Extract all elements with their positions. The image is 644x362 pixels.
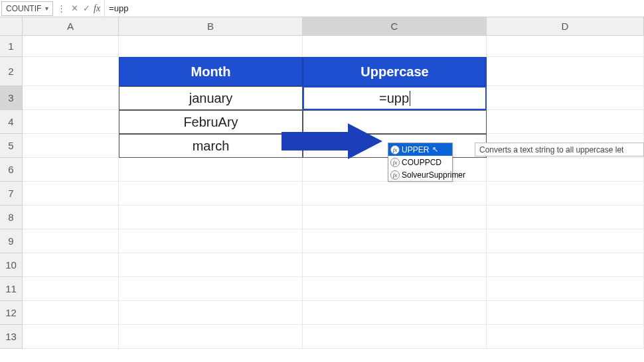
cell-B9[interactable]: [119, 229, 303, 253]
autocomplete-tooltip-text: Converts a text string to all uppercase …: [479, 145, 623, 154]
cell-D11[interactable]: [487, 277, 644, 301]
cell-B7[interactable]: [119, 182, 303, 206]
row-header-10[interactable]: 10: [0, 253, 23, 277]
confirm-formula-button[interactable]: ✓: [80, 3, 92, 13]
cell-D9[interactable]: [487, 229, 644, 253]
autocomplete-item-solveursupprimer[interactable]: fxSolveurSupprimer: [388, 168, 452, 181]
column-header-A[interactable]: A: [23, 17, 119, 36]
cell-B4[interactable]: FebruAry: [119, 110, 303, 134]
formula-input-value: =upp: [109, 3, 128, 13]
cell-A12[interactable]: [23, 301, 119, 325]
row-header-9[interactable]: 9: [0, 229, 23, 253]
cell-A10[interactable]: [23, 253, 119, 277]
autocomplete-item-upper[interactable]: fxUPPER↖: [388, 143, 452, 156]
cell-A3[interactable]: [23, 86, 119, 110]
cell-A8[interactable]: [23, 206, 119, 229]
cell-A1[interactable]: [23, 36, 119, 57]
column-header-C[interactable]: C: [303, 17, 487, 36]
cell-C1[interactable]: [303, 36, 487, 57]
formula-autocomplete-dropdown[interactable]: fxUPPER↖fxCOUPPCDfxSolveurSupprimer: [388, 143, 453, 182]
column-header-D[interactable]: D: [487, 17, 644, 36]
cell-A13[interactable]: [23, 325, 119, 349]
autocomplete-tooltip: Converts a text string to all uppercase …: [475, 143, 644, 156]
row-headers: 12345678910111213: [0, 36, 23, 349]
autocomplete-item-label: COUPPCD: [402, 158, 442, 167]
row-header-7[interactable]: 7: [0, 182, 23, 206]
row-header-11[interactable]: 11: [0, 277, 23, 301]
cell-B1[interactable]: [119, 36, 303, 57]
cell-C11[interactable]: [303, 277, 487, 301]
row-header-6[interactable]: 6: [0, 158, 23, 182]
cell-A4[interactable]: [23, 110, 119, 134]
column-headers: ABCD: [23, 17, 644, 36]
cell-A5[interactable]: [23, 134, 119, 158]
cell-D10[interactable]: [487, 253, 644, 277]
cell-D12[interactable]: [487, 301, 644, 325]
autocomplete-item-label: SolveurSupprimer: [402, 170, 465, 180]
row-header-2[interactable]: 2: [0, 57, 23, 86]
cell-D7[interactable]: [487, 182, 644, 206]
cell-B3[interactable]: january: [119, 86, 303, 110]
column-header-B[interactable]: B: [119, 17, 303, 36]
row-header-3[interactable]: 3: [0, 86, 23, 110]
name-box[interactable]: COUNTIF ▾: [1, 1, 53, 16]
cell-C12[interactable]: [303, 301, 487, 325]
cell-A7[interactable]: [23, 182, 119, 206]
cells-area: MonthUppercasejanuary=uppFebruArymarch: [23, 36, 644, 349]
formula-bar: COUNTIF ▾ ⋮ ✕ ✓ fx =upp: [0, 0, 644, 17]
cell-C13[interactable]: [303, 325, 487, 349]
name-box-value: COUNTIF: [6, 4, 41, 13]
select-all-corner[interactable]: [0, 17, 23, 36]
cell-B2[interactable]: Month: [119, 57, 303, 86]
fx-icon: fx: [390, 158, 400, 167]
cell-D6[interactable]: [487, 158, 644, 182]
cell-A6[interactable]: [23, 158, 119, 182]
row-header-1[interactable]: 1: [0, 36, 23, 57]
row-header-4[interactable]: 4: [0, 110, 23, 134]
cell-B5[interactable]: march: [119, 134, 303, 158]
cell-B10[interactable]: [119, 253, 303, 277]
autocomplete-item-couppcd[interactable]: fxCOUPPCD: [388, 156, 452, 168]
autocomplete-item-label: UPPER: [402, 145, 429, 154]
spreadsheet-grid: ABCD 12345678910111213 MonthUppercasejan…: [0, 17, 644, 362]
cell-A2[interactable]: [23, 57, 119, 86]
cell-C9[interactable]: [303, 229, 487, 253]
row-header-8[interactable]: 8: [0, 206, 23, 229]
cell-C3[interactable]: =upp: [303, 86, 487, 110]
cancel-formula-button[interactable]: ✕: [68, 3, 80, 13]
separator-icon: ⋮: [54, 3, 68, 13]
row-header-5[interactable]: 5: [0, 134, 23, 158]
fx-icon[interactable]: fx: [92, 3, 104, 14]
cell-B11[interactable]: [119, 277, 303, 301]
cell-D4[interactable]: [487, 110, 644, 134]
cell-B13[interactable]: [119, 325, 303, 349]
cell-D8[interactable]: [487, 206, 644, 229]
chevron-down-icon[interactable]: ▾: [45, 5, 48, 12]
fx-icon: fx: [390, 170, 400, 180]
cell-A9[interactable]: [23, 229, 119, 253]
cell-B12[interactable]: [119, 301, 303, 325]
cell-C10[interactable]: [303, 253, 487, 277]
cell-D1[interactable]: [487, 36, 644, 57]
cell-D3[interactable]: [487, 86, 644, 110]
cell-C4[interactable]: [303, 110, 487, 134]
cursor-icon: ↖: [432, 145, 438, 154]
cell-D2[interactable]: [487, 57, 644, 86]
row-header-12[interactable]: 12: [0, 301, 23, 325]
fx-icon: fx: [390, 145, 400, 154]
cell-A11[interactable]: [23, 277, 119, 301]
cell-B6[interactable]: [119, 158, 303, 182]
formula-input[interactable]: =upp: [104, 0, 644, 17]
cell-C8[interactable]: [303, 206, 487, 229]
row-header-13[interactable]: 13: [0, 325, 23, 349]
cell-D13[interactable]: [487, 325, 644, 349]
cell-C2[interactable]: Uppercase: [303, 57, 487, 86]
cell-C7[interactable]: [303, 182, 487, 206]
cell-B8[interactable]: [119, 206, 303, 229]
